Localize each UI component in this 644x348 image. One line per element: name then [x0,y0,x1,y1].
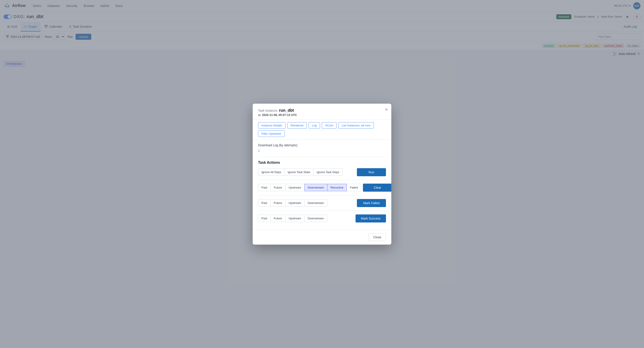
run-toggles: Ignore All Deps Ignore Task State Ignore… [258,169,355,176]
task-instance-modal: Task Instance: run_dbt at: 2022-11-09, 0… [253,104,391,245]
modal-subtitle: at: 2022-11-09, 05:57:13 UTC [258,113,386,117]
toggle-failed-future[interactable]: Future [270,199,286,207]
tab-filter-upstream[interactable]: Filter Upstream [258,131,285,137]
modal-body: Download Log (by attempts): 1 Task Actio… [253,140,391,230]
toggle-clear-upstream[interactable]: Upstream [285,184,304,191]
tab-xcom[interactable]: XCom [322,122,336,129]
page-content: DAG: run_dbt success Schedule: None ℹ Ne… [0,12,644,348]
mark-failed-button[interactable]: Mark Failed [357,199,386,207]
toggle-clear-failed[interactable]: Failed [346,184,361,191]
divider-1 [258,157,386,157]
modal-footer: Close [253,230,391,245]
modal-close-button[interactable]: Close [368,233,386,241]
clear-toggles: Past Future Upstream Downstream Recursiv… [258,184,361,191]
divider-4 [258,211,386,211]
toggle-success-past[interactable]: Past [258,215,270,222]
action-row-run: Ignore All Deps Ignore Task State Ignore… [258,168,386,176]
modal-overlay: Task Instance: run_dbt at: 2022-11-09, 0… [0,0,644,348]
run-button[interactable]: Run [357,168,386,176]
mark-success-button[interactable]: Mark Success [356,214,386,222]
action-row-mark-failed: Past Future Upstream Downstream Mark Fai… [258,199,386,207]
download-log-section: Download Log (by attempts): 1 [258,143,386,152]
toggle-success-future[interactable]: Future [270,215,286,222]
modal-tabs: Instance Details Rendered Log XCom List … [253,120,391,140]
toggle-ignore-all-deps[interactable]: Ignore All Deps [258,169,284,176]
toggle-ignore-task-deps[interactable]: Ignore Task Deps [313,169,342,176]
toggle-failed-downstream[interactable]: Downstream [304,199,327,207]
mark-failed-toggles: Past Future Upstream Downstream [258,199,355,207]
divider-3 [258,195,386,195]
clear-button[interactable]: Clear [363,183,391,192]
toggle-failed-upstream[interactable]: Upstream [285,199,304,207]
divider-2 [258,180,386,180]
modal-title-value: run_dbt [279,108,294,113]
toggle-clear-recursive[interactable]: Recursive [327,184,347,191]
modal-title-line: Task Instance: run_dbt [258,108,386,113]
toggle-failed-past[interactable]: Past [258,199,270,207]
toggle-clear-past[interactable]: Past [258,184,270,191]
modal-close-x-button[interactable]: × [385,107,388,112]
download-log-label: Download Log (by attempts): [258,143,386,147]
toggle-ignore-task-state[interactable]: Ignore Task State [284,169,314,176]
tab-list-instances[interactable]: List Instances, all runs [338,122,374,129]
tab-rendered[interactable]: Rendered [287,122,307,129]
toggle-clear-future[interactable]: Future [270,184,286,191]
tab-instance-details[interactable]: Instance Details [258,122,286,129]
modal-subtitle-label: at: [258,113,261,117]
action-row-clear: Past Future Upstream Downstream Recursiv… [258,183,386,192]
attempt-1-link[interactable]: 1 [258,149,260,152]
action-row-mark-success: Past Future Upstream Downstream Mark Suc… [258,214,386,222]
toggle-clear-downstream[interactable]: Downstream [304,184,327,191]
toggle-success-upstream[interactable]: Upstream [285,215,304,222]
modal-title-label: Task Instance: [258,109,278,112]
tab-log[interactable]: Log [308,122,320,129]
modal-header: Task Instance: run_dbt at: 2022-11-09, 0… [253,104,391,120]
task-actions-title: Task Actions [258,161,386,165]
modal-subtitle-value: 2022-11-09, 05:57:13 UTC [262,113,297,117]
mark-success-toggles: Past Future Upstream Downstream [258,215,354,222]
toggle-success-downstream[interactable]: Downstream [304,215,327,222]
